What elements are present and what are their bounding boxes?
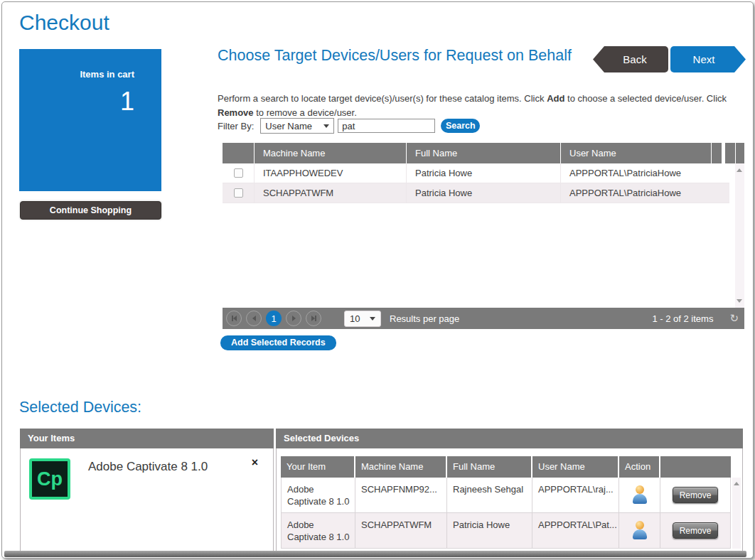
cell-action — [619, 478, 660, 512]
cell-action — [619, 513, 660, 548]
cell-remove: Remove — [660, 513, 731, 548]
adobe-captivate-icon: Cp — [29, 458, 70, 500]
cell-your-item: Adobe Captivate 8 1.0 — [281, 478, 355, 512]
cell-user-name: APPPORTAL\PatriciaHowe — [560, 163, 711, 183]
filter-field-value: User Name — [265, 121, 312, 131]
chevron-down-icon — [370, 317, 375, 321]
vertical-scrollbar[interactable] — [732, 478, 741, 549]
row-checkbox[interactable] — [234, 188, 243, 198]
cell-machine-name: SCHAPFNMP92... — [355, 478, 447, 512]
current-page-button[interactable]: 1 — [266, 311, 282, 326]
column-header-user-name[interactable]: User Name — [560, 143, 711, 163]
table-row: Adobe Captivate 8 1.0 SCHAPPATWFM Patric… — [281, 513, 731, 549]
results-grid-header: Machine Name Full Name User Name — [223, 143, 744, 163]
instructions-bold-add: Add — [547, 93, 564, 104]
cell-user-name: APPPORTAL\Pat... — [532, 513, 619, 548]
search-button[interactable]: Search — [441, 119, 480, 133]
cell-user-name: APPPORTAL\raj... — [532, 478, 619, 512]
checkbox-column-header — [223, 143, 254, 163]
add-selected-records-button[interactable]: Add Selected Records — [220, 335, 336, 350]
selected-devices-table: Your Item Machine Name Full Name User Na… — [281, 456, 731, 549]
selected-devices-panel-header: Selected Devices — [276, 429, 743, 448]
refresh-icon[interactable]: ↻ — [729, 312, 739, 325]
selected-devices-heading: Selected Devices: — [19, 399, 141, 416]
items-count-label: 1 - 2 of 2 items — [652, 313, 713, 324]
close-icon[interactable]: × — [252, 456, 258, 469]
cart-summary-box: Items in cart 1 — [19, 49, 161, 191]
spacer-column-header — [711, 143, 722, 163]
table-row[interactable]: SCHAPPATWFM Patricia Howe APPPORTAL\Patr… — [223, 183, 729, 203]
next-button[interactable]: Next — [670, 46, 746, 72]
scroll-down-icon[interactable] — [737, 299, 742, 303]
cell-full-name: Rajneesh Sehgal — [447, 478, 532, 512]
cart-count: 1 — [19, 87, 134, 117]
back-button[interactable]: Back — [593, 46, 668, 72]
cart-item-name: Adobe Captivate 8 1.0 — [88, 460, 208, 474]
column-header-machine-name[interactable]: Machine Name — [254, 143, 406, 163]
column-header-user-name[interactable]: User Name — [532, 456, 618, 478]
filter-field-select[interactable]: User Name — [260, 118, 334, 134]
remove-button[interactable]: Remove — [673, 487, 718, 503]
column-header-remove — [660, 456, 731, 478]
your-items-panel: Cp Adobe Captivate 8 1.0 × — [20, 448, 274, 551]
section-heading: Choose Target Devices/Users for Request … — [218, 45, 573, 65]
next-page-button[interactable] — [286, 311, 301, 326]
column-header-action[interactable]: Action — [619, 456, 659, 478]
page-size-select[interactable]: 10 — [344, 311, 381, 327]
search-input[interactable] — [338, 119, 435, 133]
cell-machine-name: SCHAPPATWFM — [355, 513, 447, 548]
table-row: Adobe Captivate 8 1.0 SCHAPFNMP92... Raj… — [281, 478, 731, 513]
vertical-scrollbar[interactable] — [735, 163, 744, 308]
page-title: Checkout — [19, 11, 109, 35]
user-icon[interactable] — [632, 521, 648, 540]
selected-devices-panel: Your Item Machine Name Full Name User Na… — [276, 448, 743, 551]
filter-row: Filter By: User Name Search — [218, 117, 480, 134]
page-size-value: 10 — [350, 313, 360, 324]
selected-devices-table-header: Your Item Machine Name Full Name User Na… — [281, 456, 731, 478]
continue-shopping-button[interactable]: Continue Shopping — [20, 201, 161, 220]
spacer-column-header — [725, 143, 735, 163]
instructions-part2: to choose a selected device/user. Click — [564, 93, 727, 104]
cell-user-name: APPPORTAL\PatriciaHowe — [560, 183, 711, 203]
cell-your-item: Adobe Captivate 8 1.0 — [281, 513, 355, 548]
cell-remove: Remove — [660, 478, 731, 512]
table-row[interactable]: ITAAPPHOWEDEV Patricia Howe APPPORTAL\Pa… — [223, 163, 729, 183]
chevron-down-icon — [323, 124, 329, 128]
user-icon[interactable] — [632, 485, 648, 505]
pager-bar: 1 10 Results per page 1 - 2 of 2 items ↻ — [223, 308, 744, 329]
results-per-page-label: Results per page — [390, 313, 459, 324]
results-grid-body: ITAAPPHOWEDEV Patricia Howe APPPORTAL\Pa… — [223, 163, 735, 308]
cell-full-name: Patricia Howe — [447, 513, 532, 548]
spacer-column-header — [735, 143, 744, 163]
instructions-part3: to remove a device/user. — [254, 107, 357, 118]
scroll-up-icon[interactable] — [737, 168, 742, 172]
column-header-machine-name[interactable]: Machine Name — [355, 456, 446, 478]
column-header-your-item[interactable]: Your Item — [281, 456, 354, 478]
prev-page-button[interactable] — [246, 311, 262, 326]
your-items-panel-header: Your Items — [20, 429, 274, 448]
first-page-button[interactable] — [226, 311, 242, 326]
cell-full-name: Patricia Howe — [406, 183, 560, 203]
last-page-button[interactable] — [306, 311, 321, 326]
column-header-full-name[interactable]: Full Name — [447, 456, 531, 478]
column-header-full-name[interactable]: Full Name — [406, 143, 560, 163]
prev-page-icon — [252, 316, 256, 321]
filter-by-label: Filter By: — [218, 121, 254, 131]
instructions-text: Perform a search to locate target device… — [218, 92, 749, 119]
next-page-icon — [292, 316, 296, 321]
remove-button[interactable]: Remove — [673, 522, 718, 539]
checkout-page: Checkout Items in cart 1 Continue Shoppi… — [1, 1, 754, 559]
bottom-edge-bar — [4, 551, 746, 557]
cell-machine-name: ITAAPPHOWEDEV — [254, 163, 406, 183]
row-checkbox[interactable] — [234, 168, 243, 178]
cell-machine-name: SCHAPPATWFM — [254, 183, 406, 203]
cell-full-name: Patricia Howe — [406, 163, 560, 183]
scroll-up-icon[interactable] — [734, 482, 739, 485]
instructions-part1: Perform a search to locate target device… — [218, 93, 547, 104]
instructions-bold-remove: Remove — [218, 107, 254, 118]
cart-label: Items in cart — [19, 69, 134, 80]
